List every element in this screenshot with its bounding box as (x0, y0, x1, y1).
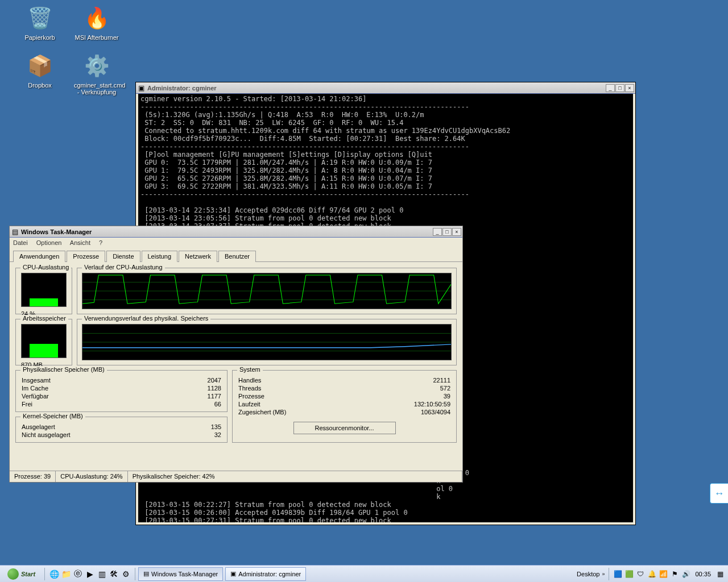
desktop-toolbar-label[interactable]: Desktop (577, 571, 599, 577)
explorer-icon[interactable]: 📁 (61, 569, 71, 579)
stat-line: Verfügbar1177 (22, 392, 221, 400)
cpu-usage-meter: CPU-Auslastung 24 % (15, 268, 72, 314)
stat-line: Ausgelagert135 (22, 423, 221, 431)
system-icon[interactable]: 🛠 (109, 569, 119, 579)
tray-flag-icon[interactable]: ⚑ (670, 569, 679, 579)
tab-leistung[interactable]: Leistung (142, 251, 178, 262)
tab-benutzer[interactable]: Benutzer (218, 251, 256, 262)
recycle-bin-icon: 🗑️ (26, 5, 53, 32)
show-desktop-icon[interactable]: ▥ (97, 569, 107, 579)
tab-dienste[interactable]: Dienste (106, 251, 140, 262)
teamviewer-panel-tab[interactable]: ↔ (710, 483, 728, 504)
tray-icon[interactable]: 🟦 (613, 569, 622, 579)
stat-line: Threads572 (238, 384, 450, 392)
tray-volume-icon[interactable]: 🔊 (681, 569, 690, 579)
tab-prozesse[interactable]: Prozesse (67, 251, 105, 262)
task-manager-title: Windows Task-Manager (21, 228, 431, 235)
task-manager-icon: ▤ (11, 228, 19, 236)
minimize-button[interactable]: _ (433, 228, 442, 236)
task-manager-titlebar[interactable]: ▤ Windows Task-Manager _ □ × (10, 226, 462, 238)
stat-line: Frei66 (22, 400, 221, 408)
stat-line: Laufzeit132:10:50:59 (238, 400, 450, 408)
tray-icon[interactable]: 🛡 (636, 569, 645, 579)
task-manager-menu: Datei Optionen Ansicht ? (10, 238, 462, 248)
app-icon[interactable]: ⚙ (121, 569, 131, 579)
menu-optionen[interactable]: Optionen (36, 239, 62, 246)
cmd-icon: ⚙️ (83, 52, 110, 80)
desktop-icon-papierkorb[interactable]: 🗑️ Papierkorb (17, 5, 63, 41)
resource-monitor-button[interactable]: Ressourcenmonitor... (293, 422, 396, 434)
tab-netzwerk[interactable]: Netzwerk (179, 251, 217, 262)
stat-line: Handles22111 (238, 376, 450, 384)
taskbar-cgminer[interactable]: ▣ Administrator: cgminer (225, 567, 306, 581)
task-manager-small-icon: ▤ (143, 570, 149, 577)
media-player-icon[interactable]: ▶ (85, 569, 95, 579)
system-tray: Desktop » 🟦 🟩 🛡 🔔 📶 ⚑ 🔊 00:35 ▦ (573, 568, 728, 580)
close-button[interactable]: × (625, 84, 634, 92)
minimize-button[interactable]: _ (606, 84, 615, 92)
task-manager-tabs: Anwendungen Prozesse Dienste Leistung Ne… (10, 248, 462, 262)
menu-datei[interactable]: Datei (13, 239, 28, 246)
cmd-title-icon: ▣ (137, 84, 145, 92)
task-manager-statusbar: Prozesse: 39 CPU-Auslastung: 24% Physika… (10, 471, 462, 482)
tray-network-icon[interactable]: 📶 (659, 569, 668, 579)
close-button[interactable]: × (452, 228, 461, 236)
menu-ansicht[interactable]: Ansicht (70, 239, 90, 246)
stat-line: Prozesse39 (238, 392, 450, 400)
ie-icon[interactable]: ⓔ (73, 569, 83, 579)
taskbar-clock[interactable]: 00:35 (693, 571, 713, 577)
taskbar-task-manager[interactable]: ▤ Windows Task-Manager (138, 567, 223, 581)
task-manager-window[interactable]: ▤ Windows Task-Manager _ □ × Datei Optio… (9, 226, 463, 483)
windows-orb-icon (7, 568, 19, 580)
kernel-memory-stats: Kernel-Speicher (MB) Ausgelagert135Nicht… (15, 417, 228, 443)
system-stats: System Handles22111Threads572Prozesse39L… (232, 370, 457, 443)
dropbox-icon: 📦 (26, 52, 53, 80)
stat-line: Im Cache1128 (22, 384, 221, 392)
afterburner-icon: 🔥 (83, 5, 110, 32)
start-button[interactable]: Start (1, 567, 42, 581)
cgminer-titlebar[interactable]: ▣ Administrator: cgminer _ □ × (136, 82, 635, 94)
memory-history-graph: Verwendungsverlauf des physikal. Speiche… (77, 319, 457, 365)
desktop-icon-dropbox[interactable]: 📦 Dropbox (17, 52, 63, 89)
cgminer-title: Administrator: cgminer (147, 85, 603, 92)
taskbar: Start 🌐 📁 ⓔ ▶ ▥ 🛠 ⚙ ▤ Windows Task-Manag… (0, 565, 728, 582)
tab-anwendungen[interactable]: Anwendungen (13, 251, 65, 262)
tray-icon[interactable]: ▦ (715, 569, 725, 579)
tray-icon[interactable]: 🟩 (624, 569, 634, 579)
cpu-history-graph: Verlauf der CPU-Auslastung (77, 268, 457, 314)
cmd-small-icon: ▣ (230, 570, 236, 577)
desktop-icon-cgminer-shortcut[interactable]: ⚙️ cgminer_start.cmd - Verknüpfung (74, 52, 119, 95)
chrome-icon[interactable]: 🌐 (49, 569, 59, 579)
desktop-icon-msi[interactable]: 🔥 MSI Afterburner (74, 5, 119, 41)
memory-meter: Arbeitsspeicher 870 MB (15, 319, 72, 365)
maximize-button[interactable]: □ (615, 84, 624, 92)
physical-memory-stats: Physikalischer Speicher (MB) Insgesamt20… (15, 370, 228, 412)
stat-line: Insgesamt2047 (22, 376, 221, 384)
quick-launch: 🌐 📁 ⓔ ▶ ▥ 🛠 ⚙ (47, 569, 133, 579)
stat-line: Nicht ausgelagert32 (22, 431, 221, 439)
menu-help[interactable]: ? (99, 239, 102, 246)
desktop-toolbar-chevron-icon[interactable]: » (602, 571, 605, 577)
stat-line: Zugesichert (MB)1063/4094 (238, 408, 450, 416)
tray-icon[interactable]: 🔔 (647, 569, 656, 579)
maximize-button[interactable]: □ (442, 228, 452, 236)
